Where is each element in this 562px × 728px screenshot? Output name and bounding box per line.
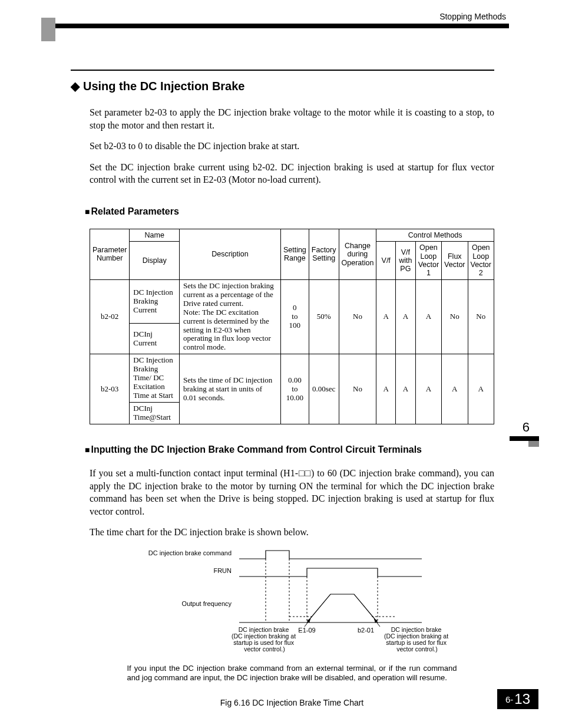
paragraph: If you set a multi-function contact inpu…	[90, 467, 494, 518]
th-factory-setting: Factory Setting	[309, 229, 339, 279]
paragraph: Set parameter b2-03 to apply the DC inje…	[90, 106, 494, 131]
cell-cm: A	[415, 279, 441, 354]
square-icon: ■	[85, 445, 90, 454]
figure-note: If you input the DC injection brake comm…	[127, 664, 457, 683]
cell-description: Sets the time of DC injection braking at…	[180, 354, 281, 424]
section-title: ◆Using the DC Injection Brake	[71, 79, 494, 93]
cell-cm: A	[442, 354, 468, 424]
th-cm-0: V/f	[376, 242, 396, 280]
th-control-methods: Control Methods	[376, 229, 494, 241]
cell-factory-setting: 0.00sec	[309, 354, 339, 424]
cell-cm: A	[468, 354, 494, 424]
chapter-side-tab	[528, 441, 539, 447]
cell-change-during: No	[339, 279, 376, 354]
cell-name: DC Injection Braking Time/ DC Excitation…	[130, 354, 180, 403]
figure-dc-injection-timechart: DC injection brake command FRUN Output f…	[90, 547, 494, 708]
label-left-note: DC injection brake (DC injection braking…	[231, 626, 297, 653]
chapter-side-bar	[510, 436, 539, 441]
th-setting-range: Setting Range	[280, 229, 309, 279]
square-icon: ■	[85, 207, 90, 216]
table-row: b2-03 DC Injection Braking Time/ DC Exci…	[90, 354, 494, 403]
subheading-inputting: ■Inputting the DC Injection Brake Comman…	[85, 444, 494, 455]
timechart-svg: DC injection brake command FRUN Output f…	[130, 547, 454, 659]
subheading-text: Inputting the DC Injection Brake Command…	[91, 444, 422, 454]
cell-description: Sets the DC injection braking current as…	[180, 279, 281, 354]
cell-cm: No	[442, 279, 468, 354]
cell-display: DCInj Current	[130, 323, 180, 354]
inputting-paragraphs: If you set a multi-function contact inpu…	[90, 467, 494, 539]
header-rule	[41, 24, 509, 28]
subheading-related-parameters: ■Related Parameters	[85, 206, 494, 217]
diamond-icon: ◆	[71, 80, 80, 93]
cell-param-no: b2-03	[90, 354, 130, 424]
cell-name: DC Injection Braking Current	[130, 279, 180, 323]
th-param-no: Parameter Number	[90, 229, 130, 279]
label-cmd: DC injection brake command	[148, 549, 231, 556]
label-out-freq: Output frequency	[181, 600, 232, 607]
label-b2-01: b2-01	[357, 627, 373, 634]
cell-cm: A	[376, 354, 396, 424]
page-footer: 6-13	[497, 689, 538, 709]
cell-param-no: b2-02	[90, 279, 130, 354]
th-change-during: Change during Operation	[339, 229, 376, 279]
th-cm-2: Open Loop Vector 1	[415, 242, 441, 280]
page-prefix: 6-	[505, 694, 513, 704]
paragraph: The time chart for the DC injection brak…	[90, 526, 494, 539]
section-rule	[71, 70, 494, 71]
cell-setting-range: 0.00to10.00	[280, 354, 309, 424]
th-cm-4: Open Loop Vector 2	[468, 242, 494, 280]
section-title-text: Using the DC Injection Brake	[83, 80, 245, 93]
label-e1-09: E1-09	[298, 627, 315, 634]
paragraph: Set b2-03 to 0 to disable the DC injecti…	[90, 140, 494, 153]
cell-cm: No	[468, 279, 494, 354]
th-cm-3: Flux Vector	[442, 242, 468, 280]
subheading-text: Related Parameters	[91, 206, 178, 216]
cell-change-during: No	[339, 354, 376, 424]
paragraph: Set the DC injection brake current using…	[90, 161, 494, 186]
label-right-note: DC injection brake (DC injection braking…	[384, 626, 449, 653]
th-name: Name	[130, 229, 180, 241]
page-number: 13	[514, 691, 530, 707]
cell-factory-setting: 50%	[309, 279, 339, 354]
label-frun: FRUN	[213, 567, 232, 574]
th-display: Display	[130, 242, 180, 280]
header-tab	[41, 18, 55, 41]
cell-display: DCInj Time@Start	[130, 403, 180, 424]
parameters-table: Parameter Number Name Description Settin…	[90, 229, 494, 424]
figure-caption: Fig 6.16 DC Injection Brake Time Chart	[90, 698, 494, 707]
th-description: Description	[180, 229, 281, 279]
cell-cm: A	[376, 279, 396, 354]
chapter-side-number: 6	[523, 420, 530, 435]
section-header-label: Stopping Methods	[439, 12, 506, 21]
cell-setting-range: 0to100	[280, 279, 309, 354]
intro-paragraphs: Set parameter b2-03 to apply the DC inje…	[90, 106, 494, 186]
cell-cm: A	[415, 354, 441, 424]
th-cm-1: V/f with PG	[396, 242, 416, 280]
cell-cm: A	[396, 279, 416, 354]
cell-cm: A	[396, 354, 416, 424]
table-row: b2-02 DC Injection Braking Current Sets …	[90, 279, 494, 323]
